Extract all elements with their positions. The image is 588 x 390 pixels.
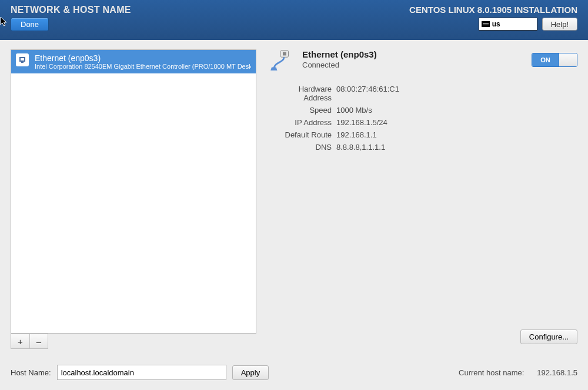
toggle-on-label: ON — [532, 53, 559, 66]
toggle-knob — [559, 53, 577, 66]
header-bar: NETWORK & HOST NAME Done CENTOS LINUX 8.… — [0, 0, 588, 40]
page-title: NETWORK & HOST NAME — [11, 5, 131, 15]
hw-address-value: 08:00:27:46:61:C1 — [336, 85, 577, 102]
current-hostname-value: 192.168.1.5 — [537, 368, 577, 377]
ethernet-device-icon — [270, 49, 295, 72]
device-status: Connected — [302, 60, 377, 69]
current-hostname-label: Current host name: — [459, 368, 524, 377]
hostname-input[interactable] — [57, 365, 226, 380]
ip-address-value: 192.168.1.5/24 — [336, 118, 577, 127]
done-button[interactable]: Done — [11, 18, 49, 31]
remove-interface-button[interactable]: – — [29, 334, 48, 349]
help-button[interactable]: Help! — [542, 18, 577, 31]
hw-address-label: Hardware Address — [270, 85, 332, 102]
apply-button[interactable]: Apply — [232, 365, 269, 380]
keyboard-icon — [482, 21, 490, 27]
svg-rect-1 — [283, 52, 286, 56]
add-interface-button[interactable]: + — [11, 334, 29, 349]
dns-value: 8.8.8.8,1.1.1.1 — [336, 143, 577, 152]
hostname-label: Host Name: — [11, 368, 51, 377]
interface-item[interactable]: Ethernet (enp0s3) Intel Corporation 8254… — [11, 50, 256, 73]
interface-description: Intel Corporation 82540EM Gigabit Ethern… — [35, 63, 251, 70]
interface-name: Ethernet (enp0s3) — [35, 53, 251, 63]
default-route-value: 192.168.1.1 — [336, 130, 577, 139]
default-route-label: Default Route — [270, 130, 332, 139]
installer-title: CENTOS LINUX 8.0.1905 INSTALLATION — [409, 5, 577, 15]
ip-address-label: IP Address — [270, 118, 332, 127]
device-title: Ethernet (enp0s3) — [302, 49, 377, 59]
speed-value: 1000 Mb/s — [336, 106, 577, 115]
keyboard-layout-text: us — [492, 20, 500, 28]
dns-label: DNS — [270, 143, 332, 152]
connection-toggle[interactable]: ON — [532, 53, 577, 67]
speed-label: Speed — [270, 106, 332, 115]
ethernet-icon — [16, 53, 29, 66]
keyboard-layout-indicator[interactable]: us — [479, 18, 537, 31]
configure-button[interactable]: Configure... — [520, 330, 577, 344]
cursor-pointer-icon — [0, 16, 8, 27]
interface-list[interactable]: Ethernet (enp0s3) Intel Corporation 8254… — [11, 49, 256, 334]
